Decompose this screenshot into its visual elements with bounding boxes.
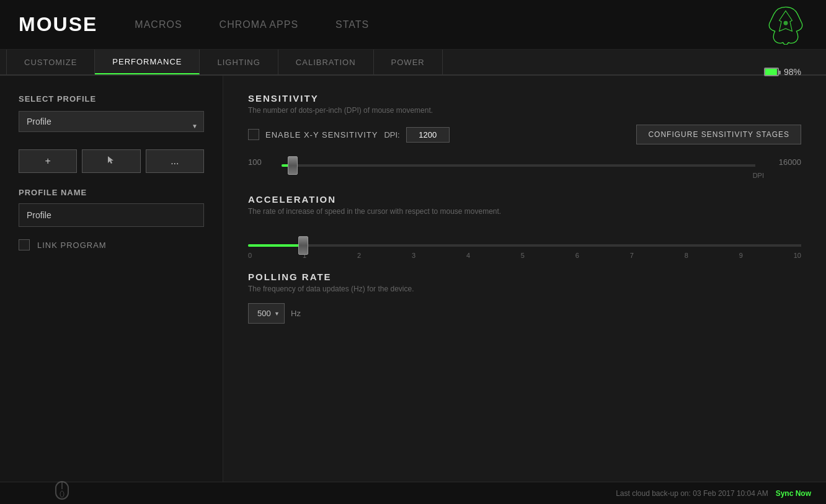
- enable-xy-checkbox[interactable]: [248, 129, 259, 140]
- nav-chroma-apps[interactable]: CHROMA APPS: [220, 19, 298, 30]
- nav-macros[interactable]: MACROS: [135, 19, 182, 30]
- subnav-calibration[interactable]: CALIBRATION: [278, 50, 374, 74]
- subnav-lighting[interactable]: LIGHTING: [200, 50, 278, 74]
- main-content: SELECT PROFILE Profile + ... PROFILE NAM…: [0, 76, 826, 482]
- profile-name-label: PROFILE NAME: [19, 188, 204, 197]
- sensitivity-slider-track-area: [282, 152, 755, 172]
- sensitivity-slider-track: [282, 164, 755, 167]
- polling-rate-title: POLLING RATE: [248, 272, 801, 282]
- top-navigation: MOUSE MACROS CHROMA APPS STATS: [0, 0, 826, 50]
- battery-icon: [764, 76, 779, 76]
- svg-point-3: [60, 491, 64, 497]
- polling-rate-select[interactable]: 125 500 1000: [248, 303, 285, 324]
- sync-now-button[interactable]: Sync Now: [776, 489, 811, 498]
- mouse-icon-bottom: [50, 480, 74, 503]
- subnav-performance[interactable]: PERFORMANCE: [95, 50, 200, 74]
- sub-navigation: CUSTOMIZE PERFORMANCE LIGHTING CALIBRATI…: [0, 50, 826, 76]
- acceleration-desc: The rate of increase of speed in the cur…: [248, 207, 801, 216]
- subnav-power[interactable]: POWER: [374, 50, 443, 74]
- more-options-button[interactable]: ...: [146, 149, 204, 173]
- top-nav-links: MACROS CHROMA APPS STATS: [135, 19, 764, 30]
- acceleration-ticks: 0 1 2 3 4 5 6 7 8 9 10: [248, 252, 801, 259]
- cursor-icon: [106, 155, 116, 165]
- add-profile-button[interactable]: +: [19, 149, 77, 173]
- sensitivity-slider-wrapper: 100 16000: [248, 152, 801, 172]
- polling-rate-controls: 125 500 1000 Hz: [248, 303, 801, 324]
- sensitivity-unit-label: DPI: [248, 172, 801, 179]
- copy-profile-button[interactable]: [82, 149, 140, 173]
- right-panel: 98% SENSITIVITY The number of dots-per-i…: [223, 76, 826, 482]
- polling-unit-label: Hz: [291, 309, 301, 318]
- razer-logo-icon: [764, 4, 807, 45]
- polling-rate-section: POLLING RATE The frequency of data updat…: [248, 272, 801, 324]
- enable-xy-label: ENABLE X-Y SENSITIVITY: [265, 130, 378, 139]
- nav-stats[interactable]: STATS: [335, 19, 369, 30]
- sensitivity-section: SENSITIVITY The number of dots-per-inch …: [248, 93, 801, 179]
- dpi-row: DPI:: [384, 127, 449, 143]
- sensitivity-min-label: 100: [248, 157, 273, 167]
- backup-status-text: Last cloud back-up on: 03 Feb 2017 10:04…: [616, 489, 768, 498]
- acceleration-slider-thumb[interactable]: [298, 236, 308, 255]
- polling-select-wrapper: 125 500 1000: [248, 303, 285, 324]
- configure-sensitivity-button[interactable]: CONFIGURE SENSITIVITY STAGES: [636, 125, 801, 144]
- dpi-label: DPI:: [384, 130, 399, 139]
- battery-percent: 98%: [784, 76, 801, 77]
- subnav-customize[interactable]: CUSTOMIZE: [6, 50, 95, 74]
- profile-select[interactable]: Profile: [19, 111, 204, 132]
- link-program-checkbox[interactable]: [19, 239, 30, 250]
- acceleration-slider-track: [248, 244, 801, 247]
- profile-name-input[interactable]: [19, 203, 204, 227]
- sensitivity-desc: The number of dots-per-inch (DPI) of mou…: [248, 106, 801, 115]
- sidebar: SELECT PROFILE Profile + ... PROFILE NAM…: [0, 76, 223, 482]
- acceleration-slider-area: 0 1 2 3 4 5 6 7 8 9 10: [248, 226, 801, 259]
- status-bar: Last cloud back-up on: 03 Feb 2017 10:04…: [0, 482, 826, 504]
- acceleration-slider-fill: [248, 244, 303, 247]
- app-title: MOUSE: [19, 13, 97, 36]
- link-program-label: LINK PROGRAM: [37, 241, 107, 250]
- acceleration-title: ACCELERATION: [248, 194, 801, 205]
- sensitivity-slider-thumb[interactable]: [288, 156, 298, 175]
- select-profile-label: SELECT PROFILE: [19, 94, 204, 104]
- acceleration-section: ACCELERATION The rate of increase of spe…: [248, 194, 801, 259]
- sensitivity-max-label: 16000: [764, 157, 801, 167]
- polling-rate-desc: The frequency of data updates (Hz) for t…: [248, 285, 801, 293]
- enable-xy-row: ENABLE X-Y SENSITIVITY: [248, 129, 378, 140]
- profile-dropdown-wrapper: Profile: [19, 111, 204, 141]
- profile-actions: + ...: [19, 149, 204, 173]
- link-program-row: LINK PROGRAM: [19, 239, 204, 250]
- sensitivity-title: SENSITIVITY: [248, 93, 801, 104]
- dpi-input[interactable]: [406, 127, 450, 143]
- svg-point-0: [784, 21, 788, 25]
- battery-indicator: 98%: [764, 76, 801, 77]
